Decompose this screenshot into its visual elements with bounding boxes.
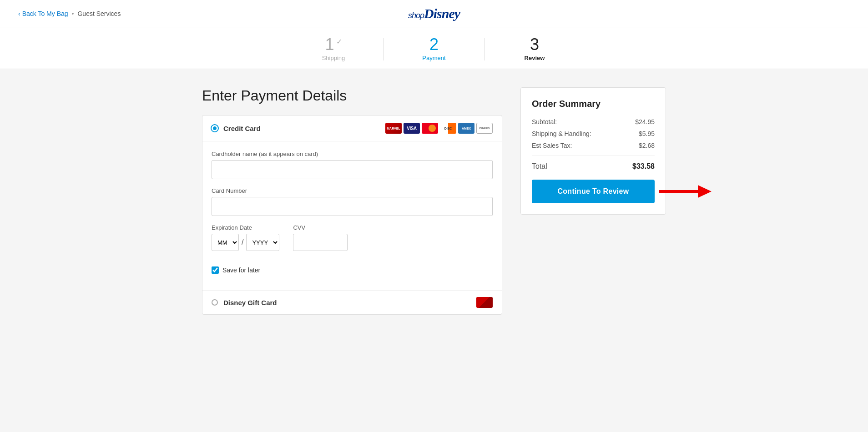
main-content: Enter Payment Details Credit Card MARVEL…: [161, 69, 707, 333]
cardholder-group: Cardholder name (as it appears on card): [212, 151, 493, 179]
step-review: 3 Review: [489, 36, 580, 61]
gift-card-label: Disney Gift Card: [223, 299, 471, 306]
tax-line: Est Sales Tax: $2.68: [532, 142, 655, 149]
subtotal-value: $24.95: [635, 118, 655, 126]
credit-card-label: Credit Card: [223, 125, 380, 132]
cvv-group: CVV: [293, 224, 348, 251]
step-shipping-check: ✓: [336, 38, 342, 45]
expiration-selects: MM / YYYY: [212, 234, 279, 251]
logo-shop-text: shop: [408, 11, 424, 20]
month-select[interactable]: MM: [212, 234, 239, 251]
step-divider-2: [484, 38, 484, 60]
checkout-steps: 1✓ Shipping 2 Payment 3 Review: [0, 27, 868, 69]
gift-card-option[interactable]: Disney Gift Card: [202, 290, 502, 314]
site-logo: shopDisney: [408, 6, 460, 21]
summary-box: Order Summary Subtotal: $24.95 Shipping …: [520, 87, 666, 215]
gift-card-radio[interactable]: [212, 299, 218, 306]
summary-title: Order Summary: [532, 99, 655, 109]
card-form: Cardholder name (as it appears on card) …: [202, 141, 502, 290]
gift-card-icon: [476, 297, 493, 308]
card-icons: MARVEL VISA DISC AMEX DINERS: [385, 123, 493, 134]
discover-card-icon: DISC: [440, 123, 456, 134]
header: ‹ Back To My Bag • Guest Services shopDi…: [0, 0, 868, 27]
summary-divider: [532, 156, 655, 156]
credit-card-radio[interactable]: [212, 125, 218, 131]
continue-btn-wrapper: Continue To Review: [532, 180, 655, 203]
visa-card-icon: VISA: [404, 123, 420, 134]
step-payment: 2 Payment: [389, 36, 479, 61]
cvv-label: CVV: [293, 224, 348, 231]
step-shipping-number: 1✓: [325, 36, 342, 53]
step-shipping-label: Shipping: [322, 55, 345, 61]
mastercard-icon: [422, 123, 438, 134]
svg-marker-3: [698, 185, 712, 198]
save-checkbox[interactable]: [212, 266, 219, 274]
step-shipping: 1✓ Shipping: [288, 36, 379, 61]
amex-card-icon: AMEX: [458, 123, 474, 134]
diners-card-icon: DINERS: [476, 123, 493, 134]
credit-card-option[interactable]: Credit Card MARVEL VISA DISC AMEX DINER: [202, 116, 502, 141]
year-select[interactable]: YYYY: [246, 234, 279, 251]
shipping-value: $5.95: [639, 130, 655, 137]
exp-cvv-row: Expiration Date MM / YYYY CVV: [212, 224, 493, 259]
tax-label: Est Sales Tax:: [532, 142, 572, 149]
step-review-number: 3: [530, 36, 539, 53]
back-to-bag-link[interactable]: ‹ Back To My Bag: [18, 10, 68, 17]
cardholder-label: Cardholder name (as it appears on card): [212, 151, 493, 157]
save-row: Save for later: [212, 266, 493, 281]
payment-card-box: Credit Card MARVEL VISA DISC AMEX DINER: [202, 115, 502, 315]
card-number-label: Card Number: [212, 187, 493, 194]
nav-dot: •: [72, 10, 74, 17]
shipping-label: Shipping & Handling:: [532, 130, 591, 137]
step-divider-1: [384, 38, 384, 60]
red-arrow-svg: [659, 182, 714, 201]
save-label: Save for later: [222, 266, 260, 274]
total-label: Total: [532, 162, 547, 171]
shipping-line: Shipping & Handling: $5.95: [532, 130, 655, 137]
card-number-input[interactable]: [212, 197, 493, 216]
expiration-group: Expiration Date MM / YYYY: [212, 224, 279, 251]
cvv-input[interactable]: [293, 234, 348, 251]
header-nav: ‹ Back To My Bag • Guest Services: [18, 10, 121, 17]
step-payment-number: 2: [429, 36, 439, 53]
logo-disney-text: Disney: [424, 6, 460, 21]
card-number-group: Card Number: [212, 187, 493, 216]
svg-point-1: [429, 125, 436, 132]
continue-to-review-button[interactable]: Continue To Review: [532, 180, 655, 203]
subtotal-label: Subtotal:: [532, 118, 557, 126]
cardholder-input[interactable]: [212, 160, 493, 179]
slash-divider: /: [242, 238, 243, 246]
total-value: $33.58: [632, 162, 655, 171]
subtotal-line: Subtotal: $24.95: [532, 118, 655, 126]
total-line: Total $33.58: [532, 162, 655, 171]
step-review-label: Review: [525, 55, 545, 61]
red-arrow-indicator: [659, 182, 714, 201]
marvel-card-icon: MARVEL: [385, 123, 402, 134]
payment-section: Enter Payment Details Credit Card MARVEL…: [202, 87, 502, 315]
back-label: Back To My Bag: [22, 10, 68, 17]
guest-services-link[interactable]: Guest Services: [77, 10, 121, 17]
tax-value: $2.68: [639, 142, 655, 149]
step-payment-label: Payment: [422, 55, 445, 61]
order-summary: Order Summary Subtotal: $24.95 Shipping …: [520, 87, 666, 315]
chevron-left-icon: ‹: [18, 10, 20, 17]
payment-title: Enter Payment Details: [202, 87, 502, 104]
expiration-label: Expiration Date: [212, 224, 279, 231]
